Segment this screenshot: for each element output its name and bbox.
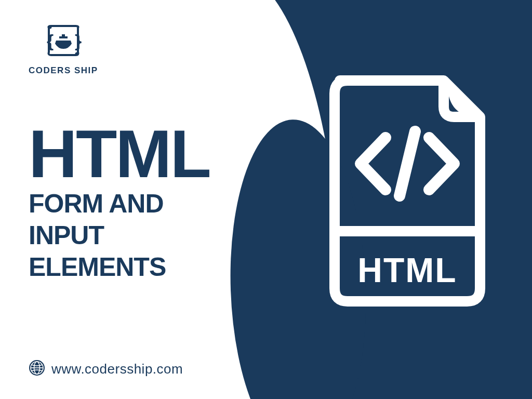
svg-line-10 <box>400 131 415 196</box>
site-url[interactable]: www.codersship.com <box>51 361 183 377</box>
headline-block: HTML FORM AND INPUT ELEMENTS <box>29 122 210 282</box>
ship-logo-icon: { } <box>29 21 98 62</box>
svg-text:{: { <box>47 31 54 50</box>
headline-main: HTML <box>29 122 210 187</box>
html-file-icon: HTML <box>319 70 496 311</box>
brand-logo-block: { } CODERS SHIP <box>29 21 98 76</box>
svg-point-0 <box>48 25 51 29</box>
footer-url-block: www.codersship.com <box>29 360 183 378</box>
file-badge-label: HTML <box>357 251 457 289</box>
svg-point-1 <box>75 52 78 56</box>
svg-text:}: } <box>75 31 82 50</box>
headline-sub-line: ELEMENTS <box>29 253 210 282</box>
globe-icon <box>29 360 45 378</box>
headline-sub-line: INPUT <box>29 221 210 250</box>
brand-name: CODERS SHIP <box>29 65 98 76</box>
svg-rect-4 <box>57 38 70 41</box>
headline-sub-line: FORM AND <box>29 190 210 218</box>
